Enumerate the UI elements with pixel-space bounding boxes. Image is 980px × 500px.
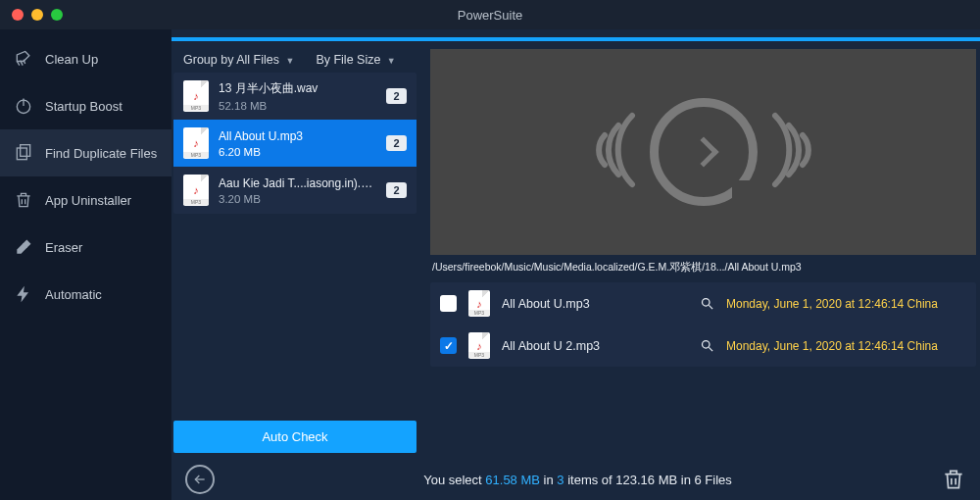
status-text: You select 61.58 MB in 3 items of 123.16… xyxy=(230,473,925,487)
sidebar-item-label: Automatic xyxy=(45,287,102,302)
sidebar-item-label: Eraser xyxy=(45,240,82,255)
group-row[interactable]: ♪MP3 13 月半小夜曲.wav 52.18 MB 2 xyxy=(173,73,416,120)
sidebar-item-label: Clean Up xyxy=(45,52,98,67)
group-count-badge: 2 xyxy=(386,182,407,198)
minimize-window-icon[interactable] xyxy=(31,9,43,21)
search-icon[interactable] xyxy=(700,296,714,311)
bolt-icon xyxy=(14,284,33,304)
sidebar-item-cleanup[interactable]: Clean Up xyxy=(0,35,172,82)
group-file-name: All About U.mp3 xyxy=(219,129,376,143)
close-window-icon[interactable] xyxy=(12,9,24,21)
checkbox[interactable] xyxy=(440,337,457,354)
back-button[interactable] xyxy=(185,465,215,494)
sidebar-item-label: Find Duplicate Files xyxy=(45,146,157,161)
group-count-badge: 2 xyxy=(386,88,407,104)
sidebar-item-find-duplicates[interactable]: Find Duplicate Files xyxy=(0,129,172,176)
group-by-label: Group by All Files xyxy=(183,53,279,67)
duplicate-date: Monday, June 1, 2020 at 12:46:14 China xyxy=(726,339,966,353)
total-count: 6 xyxy=(695,473,702,487)
preview-panel xyxy=(430,49,976,255)
selected-count: 3 xyxy=(557,473,564,487)
group-header: Group by All Files ▼ By File Size ▼ xyxy=(172,43,418,73)
svg-point-9 xyxy=(703,341,710,349)
group-file-size: 6.20 MB xyxy=(219,146,376,158)
sidebar-item-label: App Uninstaller xyxy=(45,193,131,208)
total-size: 123.16 MB xyxy=(615,473,677,487)
group-list: ♪MP3 13 月半小夜曲.wav 52.18 MB 2 ♪MP3 All Ab… xyxy=(173,73,416,214)
duplicate-date: Monday, June 1, 2020 at 12:46:14 China xyxy=(726,297,966,311)
group-row[interactable]: ♪MP3 Aau Kie Jadi T....iasong.in).mp3 3.… xyxy=(173,167,416,214)
window-title: PowerSuite xyxy=(458,8,522,23)
svg-rect-2 xyxy=(17,148,26,160)
power-icon xyxy=(14,96,33,116)
group-row[interactable]: ♪MP3 All About U.mp3 6.20 MB 2 xyxy=(173,120,416,167)
maximize-window-icon[interactable] xyxy=(51,9,63,21)
duplicate-row[interactable]: ♪MP3 All About U.mp3 Monday, June 1, 202… xyxy=(430,282,976,325)
group-file-name: Aau Kie Jadi T....iasong.in).mp3 xyxy=(219,176,376,190)
audio-file-icon: ♪MP3 xyxy=(183,127,209,159)
duplicate-icon xyxy=(14,143,33,163)
group-column: Group by All Files ▼ By File Size ▼ ♪MP3… xyxy=(172,43,418,459)
checkbox[interactable] xyxy=(440,295,457,312)
sidebar-item-automatic[interactable]: Automatic xyxy=(0,271,172,318)
window-controls xyxy=(0,9,63,21)
group-file-size: 3.20 MB xyxy=(219,193,376,205)
chevron-down-icon: ▼ xyxy=(387,56,396,66)
sort-label: By File Size xyxy=(316,53,380,67)
sidebar-item-startup-boost[interactable]: Startup Boost xyxy=(0,82,172,129)
sidebar-item-uninstaller[interactable]: App Uninstaller xyxy=(0,176,172,224)
svg-line-10 xyxy=(709,347,712,351)
audio-file-icon: ♪MP3 xyxy=(468,290,490,317)
selected-size: 61.58 MB xyxy=(485,473,540,487)
audio-file-icon: ♪MP3 xyxy=(183,175,209,206)
svg-rect-3 xyxy=(21,145,30,157)
quicktime-icon xyxy=(650,98,758,206)
sidebar-item-label: Startup Boost xyxy=(45,99,122,114)
duplicate-row[interactable]: ♪MP3 All About U 2.mp3 Monday, June 1, 2… xyxy=(430,325,976,367)
eraser-icon xyxy=(14,237,33,257)
progress-bar xyxy=(172,37,980,41)
chevron-down-icon: ▼ xyxy=(285,56,294,66)
sort-dropdown[interactable]: By File Size ▼ xyxy=(316,53,395,67)
duplicate-list: ♪MP3 All About U.mp3 Monday, June 1, 202… xyxy=(430,282,976,367)
svg-line-8 xyxy=(709,305,712,309)
group-by-dropdown[interactable]: Group by All Files ▼ xyxy=(183,53,294,67)
svg-point-7 xyxy=(703,299,710,307)
file-path: /Users/fireebok/Music/Music/Media.locali… xyxy=(430,255,976,282)
delete-button[interactable] xyxy=(941,467,966,492)
group-file-size: 52.18 MB xyxy=(219,100,376,112)
audio-file-icon: ♪MP3 xyxy=(183,80,209,112)
auto-check-button[interactable]: Auto Check xyxy=(173,421,416,453)
sidebar: Clean Up Startup Boost Find Duplicate Fi… xyxy=(0,29,172,500)
main-panel: Group by All Files ▼ By File Size ▼ ♪MP3… xyxy=(172,29,980,500)
duplicate-file-name: All About U 2.mp3 xyxy=(502,339,688,353)
sidebar-item-eraser[interactable]: Eraser xyxy=(0,224,172,271)
detail-column: /Users/fireebok/Music/Music/Media.locali… xyxy=(430,43,976,459)
duplicate-file-name: All About U.mp3 xyxy=(502,297,688,311)
broom-icon xyxy=(14,49,33,69)
group-file-name: 13 月半小夜曲.wav xyxy=(219,80,376,97)
titlebar: PowerSuite xyxy=(0,0,980,29)
trash-icon xyxy=(14,190,33,210)
audio-file-icon: ♪MP3 xyxy=(468,332,490,359)
group-count-badge: 2 xyxy=(386,135,407,151)
footer: You select 61.58 MB in 3 items of 123.16… xyxy=(172,459,980,500)
search-icon[interactable] xyxy=(700,338,714,353)
